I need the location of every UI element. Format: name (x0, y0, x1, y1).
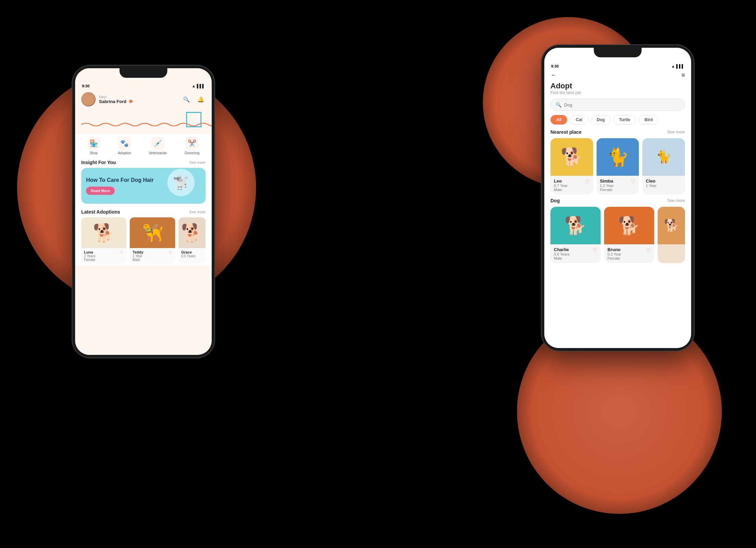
search-icon[interactable]: 🔍 (182, 95, 191, 104)
charlie-info: Charlie 0.6 Years Male ♡ (550, 244, 601, 263)
phone-left: 9:30 ▲ ▌▌▌ Hey! Sabrina Ford (72, 65, 215, 358)
insight-card[interactable]: How To Care For Dog Hair Read More 🐩 (81, 168, 206, 204)
bruno-gender: Female (607, 256, 651, 260)
simba-heart-icon[interactable]: ♡ (631, 178, 635, 185)
leo-heart-icon[interactable]: ♡ (585, 178, 590, 185)
luna-gender: Female (84, 258, 124, 262)
bruno-heart-icon[interactable]: ♡ (646, 247, 651, 254)
pill-turtle[interactable]: Turtle (613, 115, 636, 125)
filter-pills[interactable]: All Cat Dog Turtle Bird (544, 115, 691, 129)
luna-info: Luna 2 Years Female ♡ (81, 248, 126, 264)
greeting-text: Hey! (99, 95, 132, 99)
search-bar[interactable]: 🔍 (550, 99, 685, 111)
phone-left-content: 9:30 ▲ ▌▌▌ Hey! Sabrina Ford (75, 68, 212, 355)
read-more-button[interactable]: Read More (86, 187, 115, 195)
cleo-image: 🐈 (642, 138, 685, 176)
nearest-see-more[interactable]: See more (667, 130, 685, 134)
adopt-subtitle: Find the best pet (550, 90, 685, 95)
online-dot (129, 100, 132, 103)
adoptions-see-more[interactable]: See more (189, 210, 206, 214)
header-icons[interactable]: 🔍 🔔 (182, 95, 206, 104)
pill-bird[interactable]: Bird (639, 115, 658, 125)
simba-age: 1.2 Year (600, 184, 636, 188)
leo-image: 🐕 (550, 138, 593, 176)
pill-all[interactable]: All (550, 115, 567, 125)
time-left: 9:30 (82, 84, 89, 88)
nav-row[interactable]: 🏪 Shop 🐾 Adoption 💉 Veterinarian ✂️ Groo… (75, 134, 212, 156)
signal-icon: ▌▌▌ (197, 84, 205, 88)
phone-right-content: 9:30 ▲ ▌▌▌ ← ≡ Adopt Find the best pet 🔍 (544, 48, 691, 348)
avatar-area: Hey! Sabrina Ford (81, 92, 132, 106)
third-dog-placeholder: 🐕 (658, 207, 685, 263)
grace-image: 🐕 (179, 217, 206, 248)
nav-veterinarian[interactable]: 💉 Veterinarian (149, 137, 167, 155)
pet-card-cleo-partial[interactable]: 🐈 Cleo 1 Year (642, 138, 685, 194)
phone-left-screen: 9:30 ▲ ▌▌▌ Hey! Sabrina Ford (75, 68, 212, 355)
adoptions-row: 🐕 Luna 2 Years Female ♡ 🦮 (81, 217, 206, 264)
pet-card-grace[interactable]: 🐕 Grace 0.5 Years (179, 217, 206, 264)
blue-box-decoration (186, 112, 201, 127)
cleo-name: Cleo (646, 178, 682, 184)
phone-right: 9:30 ▲ ▌▌▌ ← ≡ Adopt Find the best pet 🔍 (541, 44, 695, 351)
bell-icon[interactable]: 🔔 (196, 95, 206, 104)
dogs-title: Dog (550, 198, 560, 203)
luna-image: 🐕 (81, 217, 126, 248)
shop-label: Shop (90, 151, 98, 155)
phone-left-header: Hey! Sabrina Ford 🔍 🔔 (75, 89, 212, 109)
pet-card-bruno[interactable]: 🐕 Bruno 0.3 Year Female ♡ (604, 207, 654, 263)
simba-image: 🐈 (597, 138, 639, 176)
dogs-see-more[interactable]: See more (667, 198, 685, 203)
dogs-section: Dog See more 🐕 Charlie 0.6 Years Male ♡ (544, 198, 691, 266)
search-icon-right: 🔍 (556, 102, 561, 107)
status-icons-right: ▲ ▌▌▌ (671, 64, 684, 68)
luna-heart-icon[interactable]: ♡ (120, 250, 124, 255)
dogs-pets-row: 🐕 Charlie 0.6 Years Male ♡ 🐕 (550, 207, 685, 263)
luna-name: Luna (84, 250, 124, 254)
teddy-heart-icon[interactable]: ♡ (168, 250, 172, 255)
filter-button[interactable]: ≡ (681, 72, 685, 79)
adopt-title-area: Adopt Find the best pet (544, 80, 691, 99)
pet-card-charlie[interactable]: 🐕 Charlie 0.6 Years Male ♡ (550, 207, 601, 263)
back-button[interactable]: ← (550, 72, 557, 79)
pet-card-simba[interactable]: 🐈 Simba 1.2 Year Female ♡ (597, 138, 639, 194)
adoption-label: Adoption (118, 151, 131, 155)
search-input[interactable] (564, 102, 680, 107)
charlie-heart-icon[interactable]: ♡ (592, 247, 597, 254)
insight-section: Insight For You See more How To Care For… (75, 156, 212, 206)
bruno-image: 🐕 (604, 207, 654, 244)
pet-card-luna[interactable]: 🐕 Luna 2 Years Female ♡ (81, 217, 126, 264)
wifi-icon-right: ▲ (671, 64, 675, 68)
adoption-icon: 🐾 (118, 137, 131, 150)
nav-grooming[interactable]: ✂️ Grooming (184, 137, 199, 155)
simba-gender: Female (600, 188, 636, 192)
insight-dog-illustration: 🐩 (167, 169, 201, 203)
notch-right (594, 48, 642, 57)
phone-right-header[interactable]: ← ≡ (544, 70, 691, 80)
nearest-header: Nearest place See more (550, 129, 685, 135)
time-right: 9:30 (551, 64, 559, 68)
status-bar-left: 9:30 ▲ ▌▌▌ (75, 81, 212, 89)
teddy-image: 🦮 (130, 217, 175, 248)
pill-dog[interactable]: Dog (591, 115, 611, 125)
adoptions-title: Latest Adoptions (81, 209, 120, 215)
insight-see-more[interactable]: See more (189, 160, 206, 164)
cleo-age: 1 Year (646, 184, 682, 188)
nearest-place-section: Nearest place See more 🐕 Leo 0.7 Year Ma… (544, 129, 691, 198)
simba-info: Simba 1.2 Year Female ♡ (597, 176, 639, 194)
avatar-face (82, 93, 95, 106)
charlie-gender: Male (554, 256, 597, 260)
bruno-name: Bruno (607, 247, 651, 252)
teddy-gender: Male (132, 258, 172, 262)
wifi-icon: ▲ (192, 84, 196, 88)
nav-adoption[interactable]: 🐾 Adoption (118, 137, 131, 155)
notch-left (120, 68, 167, 78)
insight-title: Insight For You (81, 160, 116, 165)
pet-card-leo[interactable]: 🐕 Leo 0.7 Year Male ♡ (550, 138, 593, 194)
pet-card-teddy[interactable]: 🦮 Teddy 1 Year Male ♡ (130, 217, 175, 264)
grace-name: Grace (181, 250, 203, 254)
leo-gender: Male (554, 188, 590, 192)
pill-cat[interactable]: Cat (570, 115, 588, 125)
grooming-icon: ✂️ (185, 137, 198, 150)
insight-text-area: How To Care For Dog Hair Read More (86, 177, 165, 195)
nav-shop[interactable]: 🏪 Shop (87, 137, 100, 155)
